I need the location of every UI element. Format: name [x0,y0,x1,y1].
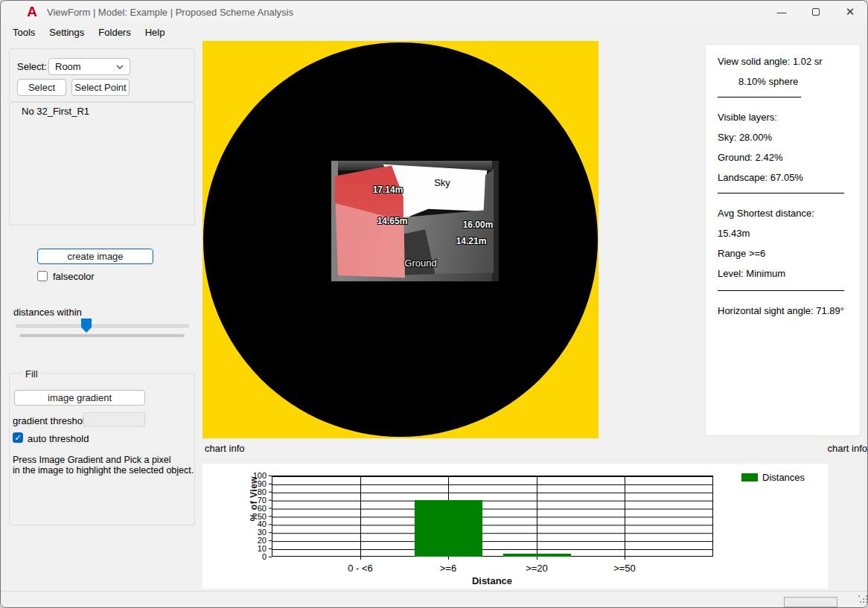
fill-help-line1: Press Image Gradient and Pick a pixel [13,455,171,465]
menu-item-tools[interactable]: Tools [13,23,35,42]
sphere-percent: 8.10% sphere [738,77,860,86]
title-bar: A ViewForm | Model: Example | Proposed S… [1,1,867,23]
app-window: A ViewForm | Model: Example | Proposed S… [0,0,868,608]
chart-xtick-mark [360,557,361,560]
visible-layers-label: Visible layers: [718,112,860,122]
fisheye-image[interactable]: Sky 17.14m 14.65m 16.00m 14.21m Ground [331,161,499,281]
select-type-value: Room [55,61,81,72]
chart-panel: % of View Distance Distances 01020304050… [202,464,828,589]
falsecolor-label: falsecolor [53,271,95,282]
chart-xtick-mark [448,557,449,560]
falsecolor-checkbox[interactable] [37,271,48,281]
chart-xtick-mark [537,557,537,560]
distances-slider-track[interactable] [16,324,189,327]
chart-vertical-gridline [360,476,361,557]
auto-threshold-label: auto threshold [28,433,89,444]
landscape-percent: Landscape: 67.05% [718,173,860,182]
fisheye-mask: Sky 17.14m 14.65m 16.00m 14.21m Ground [203,42,598,437]
chart-legend: Distances [741,472,805,483]
chart-category-label: >=50 [591,563,658,574]
distances-within-label: distances within [13,307,82,318]
distance-label-1: 17.14m [373,185,403,195]
close-icon: ✕ [846,5,855,19]
separator [718,193,844,193]
window-title: ViewForm | Model: Example | Proposed Sch… [47,7,293,18]
chart-category-label: >=20 [503,563,570,574]
horizontal-sight-angle: Horizontal sight angle: 71.89° [718,306,860,316]
selection-result-group: No 32_First_R1 [9,102,195,225]
create-image-button[interactable]: create image [37,249,153,264]
minimize-icon: — [777,7,787,18]
image-gradient-button[interactable]: image gradient [14,390,145,406]
gradient-threshold-label: gradient threshold [13,415,90,426]
maximize-icon [812,8,820,16]
legend-swatch-icon [741,473,758,481]
avg-shortest-distance-label: Avg Shortest distance: [718,208,860,218]
room-name: No 32_First_R1 [22,106,89,117]
chart-ytick-label: 100 [241,470,267,481]
select-button[interactable]: Select [17,79,66,96]
distance-label-3: 16.00m [463,220,494,230]
fill-group: Fill image gradient gradient threshold ✓… [9,373,195,525]
range-value: Range >=6 [718,249,860,258]
close-button[interactable]: ✕ [833,1,867,23]
sky-percent: Sky: 28.00% [718,132,860,142]
checkmark-icon: ✓ [14,434,21,442]
fill-group-label: Fill [22,368,41,380]
chart-xtick-mark [625,557,625,560]
menu-item-folders[interactable]: Folders [98,23,130,42]
chart-bar [503,554,571,557]
distance-label-4: 14.21m [456,236,487,246]
level-value: Level: Minimum [718,269,860,278]
avg-shortest-distance-value: 15.43m [718,228,860,238]
legend-label: Distances [762,472,805,483]
chart-category-label: 0 - <6 [327,563,394,574]
distances-slider-thumb[interactable] [81,319,92,333]
menu-item-settings[interactable]: Settings [49,23,84,42]
distance-label-2: 14.65m [377,216,408,226]
app-logo-icon: A [25,4,39,19]
resize-grip-icon[interactable] [858,595,860,597]
auto-threshold-checkbox[interactable]: ✓ [13,432,23,443]
chart-category-label: >=6 [415,563,482,574]
minimize-button[interactable]: — [765,1,799,23]
view-solid-angle: View solid angle: 1.02 sr [718,57,860,66]
menu-item-help[interactable]: Help [145,23,165,42]
chart-vertical-gridline [625,476,625,557]
separator [718,290,844,291]
chart-plot [272,476,713,557]
separator [718,97,801,97]
chart-x-axis-title: Distance [380,575,604,586]
gradient-threshold-input[interactable] [83,412,145,427]
status-box [784,597,837,607]
select-label: Select: [17,61,47,72]
chart-bar [415,500,482,557]
fill-help-line2: in the image to highlight the selected o… [13,465,194,476]
distances-slider-tickbar [19,334,185,337]
menu-bar: ToolsSettingsFoldersHelp [1,23,867,42]
chart-info-right: chart info [828,443,867,454]
chevron-down-icon [116,65,124,69]
chart-info-left: chart info [205,443,244,454]
view-canvas[interactable]: Sky 17.14m 14.65m 16.00m 14.21m Ground [202,41,599,438]
ground-percent: Ground: 2.42% [718,153,860,162]
chart-vertical-gridline [537,476,537,557]
select-point-button[interactable]: Select Point [71,79,130,96]
sky-label: Sky [434,177,450,188]
ground-label: Ground [404,257,436,269]
maximize-button[interactable] [799,1,833,23]
analysis-panel: View solid angle: 1.02 sr 8.10% sphere V… [705,44,861,436]
status-bar [1,591,868,608]
select-type-dropdown[interactable]: Room [48,58,130,75]
